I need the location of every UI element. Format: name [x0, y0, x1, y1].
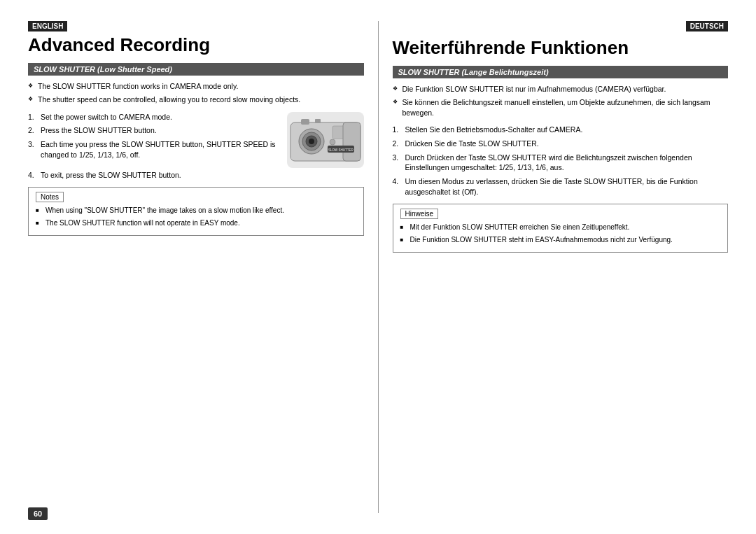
camera-image: SLOW SHUTTER: [287, 112, 364, 168]
left-step-4: 4. To exit, press the SLOW SHUTTER butto…: [28, 170, 364, 181]
left-note-1: When using "SLOW SHUTTER" the image take…: [36, 206, 356, 216]
left-bullets: The SLOW SHUTTER function works in CAMER…: [28, 81, 364, 104]
svg-point-4: [309, 139, 314, 144]
left-bullet-2: The shutter speed can be controlled, all…: [28, 94, 364, 105]
left-step-1: 1. Set the power switch to CAMERA mode.: [28, 112, 280, 122]
left-note-2: The SLOW SHUTTER function will not opera…: [36, 218, 356, 228]
left-steps-text: 1. Set the power switch to CAMERA mode. …: [28, 112, 280, 167]
left-notes-label: Notes: [36, 192, 64, 202]
left-steps-list: 1. Set the power switch to CAMERA mode. …: [28, 112, 280, 160]
svg-text:SLOW SHUTTER: SLOW SHUTTER: [328, 148, 354, 152]
left-steps-list-2: 4. To exit, press the SLOW SHUTTER butto…: [28, 170, 364, 181]
right-steps-list: 1. Stellen Sie den Betriebsmodus-Schalte…: [393, 125, 729, 197]
page: ENGLISH Advanced Recording SLOW SHUTTER …: [0, 0, 756, 534]
right-step-1: 1. Stellen Sie den Betriebsmodus-Schalte…: [393, 125, 729, 135]
left-step-2: 2. Press the SLOW SHUTTER button.: [28, 125, 280, 136]
svg-point-11: [330, 139, 335, 145]
right-notes-list: Mit der Funktion SLOW SHUTTER erreichen …: [400, 223, 721, 245]
right-notes-box: Hinweise Mit der Funktion SLOW SHUTTER e…: [393, 204, 729, 253]
right-step-4: 4. Um diesen Modus zu verlassen, drücken…: [393, 176, 729, 197]
right-title: Weiterführende Funktionen: [393, 37, 729, 59]
right-bullet-2: Sie können die Belichtungszeit manuell e…: [393, 97, 729, 118]
right-note-2: Die Funktion SLOW SHUTTER steht im EASY-…: [400, 235, 721, 245]
left-notes-list: When using "SLOW SHUTTER" the image take…: [36, 206, 356, 228]
left-bullet-1: The SLOW SHUTTER function works in CAMER…: [28, 81, 364, 92]
left-steps-area: 1. Set the power switch to CAMERA mode. …: [28, 112, 364, 168]
right-column: DEUTSCH Weiterführende Funktionen SLOW S…: [379, 21, 729, 513]
right-notes-label: Hinweise: [400, 209, 439, 219]
left-notes-box: Notes When using "SLOW SHUTTER" the imag…: [28, 187, 364, 236]
right-header: DEUTSCH: [393, 21, 729, 34]
lang-badge-english: ENGLISH: [28, 21, 67, 31]
svg-rect-6: [343, 122, 360, 161]
left-step-3: 3. Each time you press the SLOW SHUTTER …: [28, 139, 280, 160]
right-subsection-header: SLOW SHUTTER (Lange Belichtungszeit): [393, 66, 729, 78]
right-note-1: Mit der Funktion SLOW SHUTTER erreichen …: [400, 223, 721, 232]
left-subsection-header: SLOW SHUTTER (Low Shutter Speed): [28, 63, 364, 76]
left-column: ENGLISH Advanced Recording SLOW SHUTTER …: [28, 21, 379, 513]
right-step-3: 3. Durch Drücken der Taste SLOW SHUTTER …: [393, 153, 729, 173]
page-number: 60: [28, 507, 48, 520]
right-step-2: 2. Drücken Sie die Taste SLOW SHUTTER.: [393, 139, 729, 149]
svg-rect-7: [301, 119, 309, 125]
right-bullet-1: Die Funktion SLOW SHUTTER ist nur im Auf…: [393, 84, 729, 94]
right-bullets: Die Funktion SLOW SHUTTER ist nur im Auf…: [393, 84, 729, 118]
lang-badge-deutsch: DEUTSCH: [686, 21, 728, 31]
svg-rect-8: [315, 119, 321, 123]
english-badge: ENGLISH: [28, 21, 364, 34]
left-title: Advanced Recording: [28, 34, 364, 56]
